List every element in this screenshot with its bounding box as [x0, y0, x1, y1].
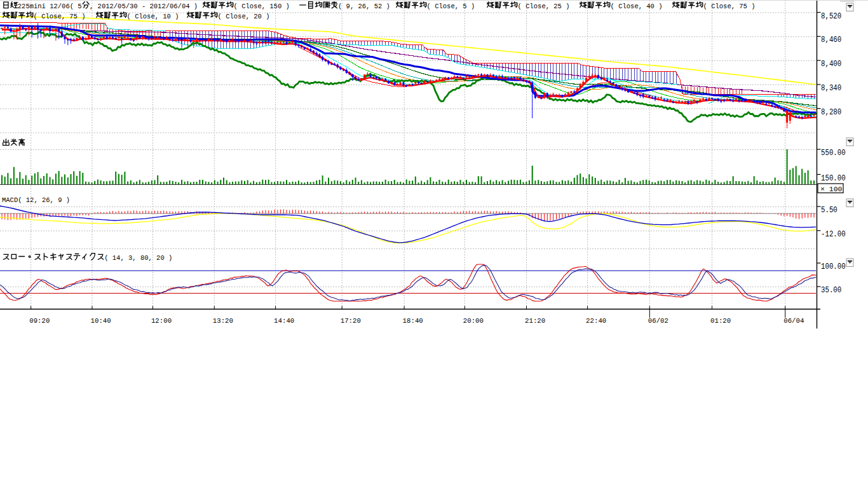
svg-text:06/02: 06/02 — [648, 316, 668, 325]
svg-text:5.50: 5.50 — [821, 206, 837, 215]
svg-text:( Close, 150 ): ( Close, 150 ) — [234, 3, 290, 10]
svg-text:-12.00: -12.00 — [821, 230, 846, 239]
svg-text:8,340: 8,340 — [821, 84, 841, 93]
svg-text:18:40: 18:40 — [403, 316, 423, 325]
svg-text:( Close, 20 ): ( Close, 20 ) — [218, 13, 270, 20]
svg-text:, 2012/05/30 - 2012/06/04 ): , 2012/05/30 - 2012/06/04 ) — [90, 3, 198, 10]
svg-text:550.00: 550.00 — [821, 149, 846, 158]
svg-text:150.00: 150.00 — [821, 174, 846, 183]
svg-text:MACD( 12, 26, 9 ): MACD( 12, 26, 9 ) — [2, 196, 70, 204]
svg-text:22:40: 22:40 — [586, 316, 606, 325]
svg-text:21:20: 21:20 — [525, 316, 545, 325]
svg-text:06/04: 06/04 — [783, 316, 804, 325]
svg-text:8,460: 8,460 — [821, 36, 841, 44]
svg-text:8,400: 8,400 — [821, 60, 841, 69]
svg-text:14:40: 14:40 — [274, 316, 294, 325]
svg-text:35.00: 35.00 — [821, 286, 841, 295]
svg-text:8,520: 8,520 — [821, 12, 841, 21]
svg-text:10:40: 10:40 — [91, 316, 111, 325]
svg-text:( Close, 10 ): ( Close, 10 ) — [127, 13, 179, 20]
svg-text:( 9, 26, 52 ): ( 9, 26, 52 ) — [338, 3, 390, 10]
svg-text:( Close, 40 ): ( Close, 40 ) — [611, 3, 663, 10]
svg-text:12:00: 12:00 — [151, 316, 172, 325]
svg-text:01:20: 01:20 — [710, 316, 731, 325]
svg-text:13:20: 13:20 — [213, 316, 233, 325]
svg-text:( 14, 3, 80, 20 ): ( 14, 3, 80, 20 ) — [104, 254, 172, 262]
svg-text:20:00: 20:00 — [463, 316, 484, 325]
svg-text:( Close, 75 ): ( Close, 75 ) — [703, 3, 756, 10]
svg-text:( Close, 25 ): ( Close, 25 ) — [518, 3, 570, 10]
svg-text:09:20: 09:20 — [29, 316, 50, 325]
svg-text:100.00: 100.00 — [821, 262, 846, 271]
svg-text:( Close, 75 ): ( Close, 75 ) — [34, 13, 86, 20]
svg-text:× 100: × 100 — [820, 185, 843, 193]
svg-text:( Close, 5 ): ( Close, 5 ) — [427, 3, 475, 10]
svg-text:17:20: 17:20 — [341, 316, 361, 325]
svg-text:8,280: 8,280 — [821, 108, 841, 117]
svg-text:225mini 12/06( 5: 225mini 12/06( 5 — [18, 3, 82, 10]
